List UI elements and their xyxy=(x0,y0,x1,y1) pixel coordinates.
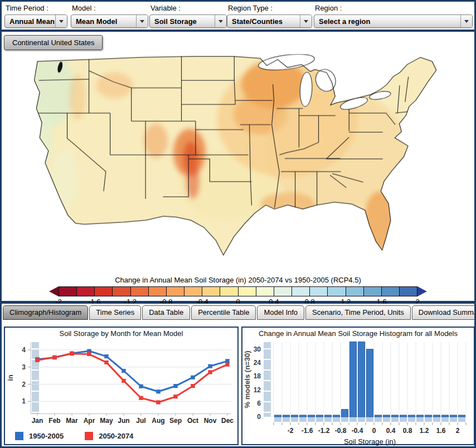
svg-text:Jan: Jan xyxy=(32,417,43,425)
colorbar-left-arrow xyxy=(49,286,59,296)
chevron-down-icon xyxy=(55,15,67,27)
us-map-image xyxy=(32,54,445,256)
climograph-plot: 1234JanFebMarAprMayJunJulAugSepOctNovDec… xyxy=(5,339,237,427)
svg-text:Nov: Nov xyxy=(204,417,217,425)
svg-text:0.4: 0.4 xyxy=(386,427,396,435)
chevron-down-icon xyxy=(136,15,148,27)
colorbar-cell xyxy=(256,287,274,296)
histogram-title: Change in Annual Mean Soil Storage Histo… xyxy=(242,328,474,339)
histogram-chart-panel: Change in Annual Mean Soil Storage Histo… xyxy=(241,327,475,445)
toolbar: Time Period : Annual Mean Model : Mean M… xyxy=(2,2,474,30)
svg-text:Oct: Oct xyxy=(187,417,198,425)
legend-swatch xyxy=(15,432,23,440)
svg-text:1.2: 1.2 xyxy=(420,427,429,435)
colorbar-cell xyxy=(364,287,382,296)
climograph-legend: 1950-20052050-2074 xyxy=(5,429,237,440)
colorbar-cell xyxy=(59,287,77,296)
region-type-label: Region Type : xyxy=(228,4,273,12)
variable-value: Soil Storage xyxy=(150,17,215,26)
svg-text:-0.8: -0.8 xyxy=(335,427,347,435)
climograph-title: Soil Storage by Month for Mean Model xyxy=(5,328,237,339)
colorbar-cell xyxy=(95,287,113,296)
legend-label: 2050-2074 xyxy=(99,432,133,440)
svg-text:0.8: 0.8 xyxy=(403,427,412,435)
colorbar-cell xyxy=(202,287,220,296)
svg-text:May: May xyxy=(100,417,113,425)
tab-data-table[interactable]: Data Table xyxy=(142,305,190,320)
svg-text:4: 4 xyxy=(22,346,26,354)
svg-text:Feb: Feb xyxy=(48,417,60,425)
time-period-select[interactable]: Annual Mean xyxy=(4,14,67,28)
svg-text:2: 2 xyxy=(22,381,26,388)
svg-text:Aug: Aug xyxy=(152,417,164,425)
svg-text:24: 24 xyxy=(254,359,261,367)
tab-download-summary[interactable]: Download Summary xyxy=(412,305,476,320)
svg-text:Sep: Sep xyxy=(169,417,182,425)
colorbar-cell xyxy=(113,287,130,296)
svg-text:% models (n=30): % models (n=30) xyxy=(243,351,251,408)
region-select[interactable]: Select a region xyxy=(314,14,473,28)
colorbar-cell xyxy=(346,287,364,296)
model-select[interactable]: Mean Model xyxy=(71,14,148,28)
svg-text:Jun: Jun xyxy=(118,417,129,425)
svg-text:18: 18 xyxy=(254,372,261,380)
model-value: Mean Model xyxy=(71,17,136,26)
tab-scenario-time-period-units[interactable]: Scenario, Time Period, Units xyxy=(305,305,411,320)
colorbar-cells xyxy=(59,286,417,296)
tab-percentile-table[interactable]: Percentile Table xyxy=(191,305,256,320)
region-value: Select a region xyxy=(314,17,460,26)
app-window: Time Period : Annual Mean Model : Mean M… xyxy=(0,0,476,448)
colorbar-cell xyxy=(167,287,184,296)
colorbar-cell xyxy=(239,287,256,296)
colorbar-cell xyxy=(220,287,238,296)
svg-text:0: 0 xyxy=(257,413,261,421)
variable-select[interactable]: Soil Storage xyxy=(149,14,227,28)
svg-text:3: 3 xyxy=(22,363,26,371)
colorbar-cell xyxy=(328,287,346,296)
region-label: Region : xyxy=(315,4,342,12)
map-panel: Continental United States xyxy=(2,30,474,304)
svg-text:Soil Storage (in): Soil Storage (in) xyxy=(344,437,396,446)
svg-text:6: 6 xyxy=(257,400,261,407)
svg-text:0: 0 xyxy=(372,427,376,435)
tab-bar: Climograph/HistogramTime SeriesData Tabl… xyxy=(3,305,476,320)
svg-text:12: 12 xyxy=(254,386,261,394)
svg-text:Apr: Apr xyxy=(84,417,95,425)
svg-text:Mar: Mar xyxy=(66,417,78,425)
svg-text:in: in xyxy=(6,374,14,381)
variable-label: Variable : xyxy=(150,4,181,12)
svg-text:-1.2: -1.2 xyxy=(318,427,330,435)
colorbar-right-arrow xyxy=(417,286,427,296)
colorbar-cell xyxy=(292,287,310,296)
colorbar xyxy=(49,286,427,296)
legend-item: 1950-2005 xyxy=(15,432,64,440)
region-type-value: State/Counties xyxy=(227,17,300,26)
svg-text:-1.6: -1.6 xyxy=(302,427,313,435)
tab-climograph-histogram[interactable]: Climograph/Histogram xyxy=(3,305,88,320)
svg-text:2: 2 xyxy=(456,427,460,435)
colorbar-cell xyxy=(131,287,149,296)
us-map[interactable] xyxy=(32,54,445,256)
time-period-value: Annual Mean xyxy=(5,17,55,26)
svg-text:1.6: 1.6 xyxy=(436,427,446,435)
region-type-select[interactable]: State/Counties xyxy=(227,14,312,28)
histogram-plot: 0612182430-2-1.6-1.2-0.8-0.400.40.81.21.… xyxy=(242,339,474,446)
colorbar-cell xyxy=(184,287,202,296)
colorbar-cell xyxy=(149,287,167,296)
legend-label: 1950-2005 xyxy=(29,432,64,440)
climograph-chart-panel: Soil Storage by Month for Mean Model 123… xyxy=(4,327,239,445)
tab-time-series[interactable]: Time Series xyxy=(89,305,141,320)
svg-text:-0.4: -0.4 xyxy=(352,427,363,435)
legend-swatch xyxy=(85,432,93,440)
time-period-label: Time Period : xyxy=(6,4,48,12)
map-legend-title: Change in Annual Mean Soil Storage (in) … xyxy=(2,276,474,284)
svg-text:30: 30 xyxy=(254,345,261,353)
region-tab-button[interactable]: Continental United States xyxy=(4,35,103,50)
tab-model-info[interactable]: Model Info xyxy=(257,305,304,320)
colorbar-cell xyxy=(274,287,292,296)
chevron-down-icon xyxy=(300,15,312,27)
svg-text:Dec: Dec xyxy=(221,417,234,425)
svg-text:-2: -2 xyxy=(288,427,294,435)
bottom-section: Climograph/HistogramTime SeriesData Tabl… xyxy=(2,304,474,446)
svg-text:Jul: Jul xyxy=(136,417,145,425)
